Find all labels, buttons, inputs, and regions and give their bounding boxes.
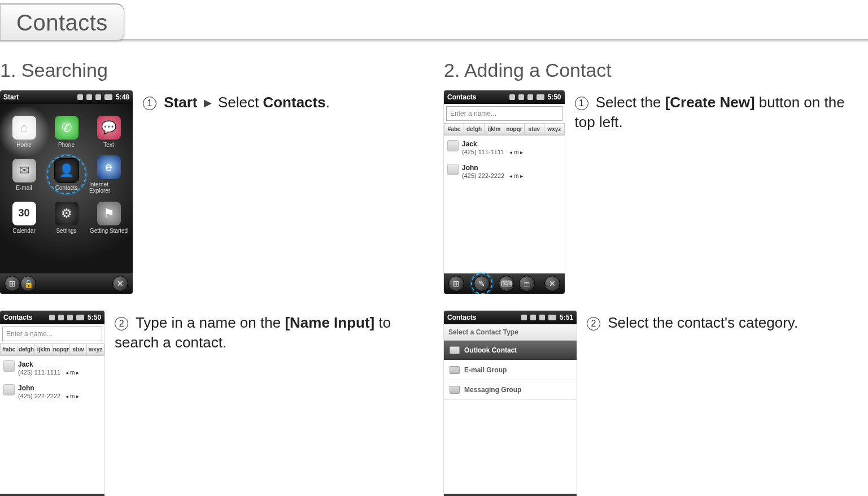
wifi-icon <box>58 315 64 320</box>
signal-icon <box>49 315 55 320</box>
alpha-tab[interactable]: ijklm <box>485 123 504 135</box>
sysbar: Start 5:48 <box>0 90 133 104</box>
chat-icon <box>450 386 460 394</box>
heading-adding: 2. Adding a Contact <box>444 59 867 81</box>
signal-icon <box>521 315 527 320</box>
wifi-icon <box>518 94 524 100</box>
app-email[interactable]: ✉E-mail <box>5 155 43 194</box>
step-marker-1: 1 <box>143 97 156 110</box>
clock: 5:48 <box>116 93 129 101</box>
phone-start-screen: Start 5:48 ⌂Home ✆Phone 💬Text ✉E-mai <box>0 90 133 294</box>
contact-number: (425) 111-1111 <box>18 369 60 376</box>
phone-icon: ✆ <box>55 116 78 140</box>
name-input[interactable]: Enter a name... <box>2 327 102 341</box>
app-calendar[interactable]: 30Calendar <box>5 198 43 237</box>
contact-item[interactable]: John (425) 222-2222 ◂ m ▸ <box>447 164 561 180</box>
app-contacts[interactable]: 👤Contacts <box>47 155 86 194</box>
step-text-2a: 1 Select the [Create New] button on the … <box>575 90 867 132</box>
volume-icon <box>95 94 101 100</box>
card-icon <box>450 346 460 354</box>
step-searching-2: Contacts 5:50 Enter a name... #abc defgh <box>0 311 424 496</box>
alpha-tab[interactable]: defgh <box>464 123 484 135</box>
phone-select-contact-type: Contacts 5:51 Select a Contact Type Outl… <box>444 311 577 496</box>
alpha-tab[interactable]: nopqr <box>504 123 524 135</box>
label-select: Select <box>218 94 263 111</box>
lock-button[interactable]: 🔒 <box>20 276 36 291</box>
alpha-tab[interactable]: wxyz <box>87 343 104 355</box>
alpha-tab[interactable]: ijklm <box>35 343 53 355</box>
alpha-tab[interactable]: defgh <box>18 343 36 355</box>
page-tab: Contacts <box>0 3 124 41</box>
avatar-icon <box>447 140 459 151</box>
label-start: Start <box>164 94 197 111</box>
heading-searching: 1. Searching <box>0 59 424 81</box>
step-text-2b: 2 Select the contact's category. <box>587 311 798 333</box>
battery-icon <box>536 94 544 100</box>
close-button[interactable]: ✕ <box>112 276 128 291</box>
winflag-button[interactable]: ⊞ <box>5 276 20 291</box>
mail-icon: ✉ <box>12 159 36 182</box>
mail-icon <box>450 366 460 374</box>
winflag-button[interactable]: ⊞ <box>448 276 464 291</box>
sysbar-title: Contacts <box>447 314 476 321</box>
option-email-group[interactable]: E-mail Group <box>444 360 577 380</box>
app-getting-started[interactable]: ⚑Getting Started <box>89 198 128 237</box>
contact-name: Jack <box>18 360 79 368</box>
option-outlook-contact[interactable]: Outlook Contact <box>444 341 577 360</box>
avatar-icon <box>3 360 15 372</box>
app-ie[interactable]: eInternet Explorer <box>89 155 128 194</box>
signal-icon <box>509 94 515 100</box>
calendar-icon: 30 <box>12 202 36 225</box>
highlight-ring <box>471 273 492 294</box>
contact-item[interactable]: Jack (425) 111-1111 ◂ m ▸ <box>447 140 561 156</box>
step-adding-1: Contacts 5:50 Enter a name... #abc defgh <box>444 90 867 294</box>
app-text[interactable]: 💬Text <box>89 112 128 151</box>
label-contacts: Contacts <box>263 94 325 111</box>
section-adding: 2. Adding a Contact Contacts 5:50 Enter … <box>444 59 867 496</box>
app-phone[interactable]: ✆Phone <box>47 112 86 151</box>
keyboard-button[interactable]: ⌨ <box>499 276 514 291</box>
close-button[interactable]: ✕ <box>544 276 560 291</box>
battery-icon <box>76 315 84 320</box>
clock: 5:50 <box>548 93 561 101</box>
section-searching: 1. Searching Start 5:48 ⌂Home <box>0 59 424 496</box>
battery-icon <box>548 315 556 320</box>
alpha-tab[interactable]: #abc <box>444 123 464 135</box>
contact-number: (425) 222-2222 <box>18 393 60 399</box>
flag-icon: ⚑ <box>97 202 121 225</box>
clock: 5:51 <box>560 314 573 321</box>
settings-icon: ⚙ <box>55 202 78 225</box>
alpha-tab[interactable]: wxyz <box>544 123 564 135</box>
step-marker-2: 2 <box>115 317 128 330</box>
highlight-ring <box>47 155 86 194</box>
app-settings[interactable]: ⚙Settings <box>47 198 86 237</box>
menu-button[interactable]: ≣ <box>519 276 535 291</box>
name-input[interactable]: Enter a name... <box>446 106 562 121</box>
wifi-icon <box>530 315 536 320</box>
alpha-tab[interactable]: stuv <box>70 343 88 355</box>
app-home[interactable]: ⌂Home <box>5 112 43 151</box>
select-header: Select a Contact Type <box>444 324 577 341</box>
signal-icon <box>77 94 83 100</box>
alpha-tab[interactable]: #abc <box>0 343 18 355</box>
step-searching-1: Start 5:48 ⌂Home ✆Phone 💬Text ✉E-mai <box>0 90 424 294</box>
bottombar: ⊞ 🔒 ✕ <box>0 273 133 294</box>
step-marker-2: 2 <box>587 317 600 330</box>
alpha-tab[interactable]: nopqr <box>53 343 70 355</box>
phone-contacts-list-2: Contacts 5:50 Enter a name... #abc defgh <box>444 90 565 294</box>
avatar-icon <box>3 384 15 395</box>
wifi-icon <box>86 94 92 100</box>
step-marker-1: 1 <box>575 97 588 110</box>
alpha-tabs: #abc defgh ijklm nopqr stuv wxyz <box>0 343 104 356</box>
sysbar-title: Contacts <box>447 93 476 101</box>
clock: 5:50 <box>88 314 101 321</box>
sysbar-title: Contacts <box>3 314 32 321</box>
alpha-tab[interactable]: stuv <box>525 123 544 135</box>
contact-item[interactable]: John (425) 222-2222 ◂ m ▸ <box>3 384 101 400</box>
volume-icon <box>539 315 545 320</box>
option-messaging-group[interactable]: Messaging Group <box>444 380 577 400</box>
step-text-1b: 2 Type in a name on the [Name Input] to … <box>115 311 424 353</box>
volume-icon <box>67 315 73 320</box>
step-adding-2: Contacts 5:51 Select a Contact Type Outl… <box>444 311 867 496</box>
contact-item[interactable]: Jack (425) 111-1111 ◂ m ▸ <box>3 360 101 376</box>
